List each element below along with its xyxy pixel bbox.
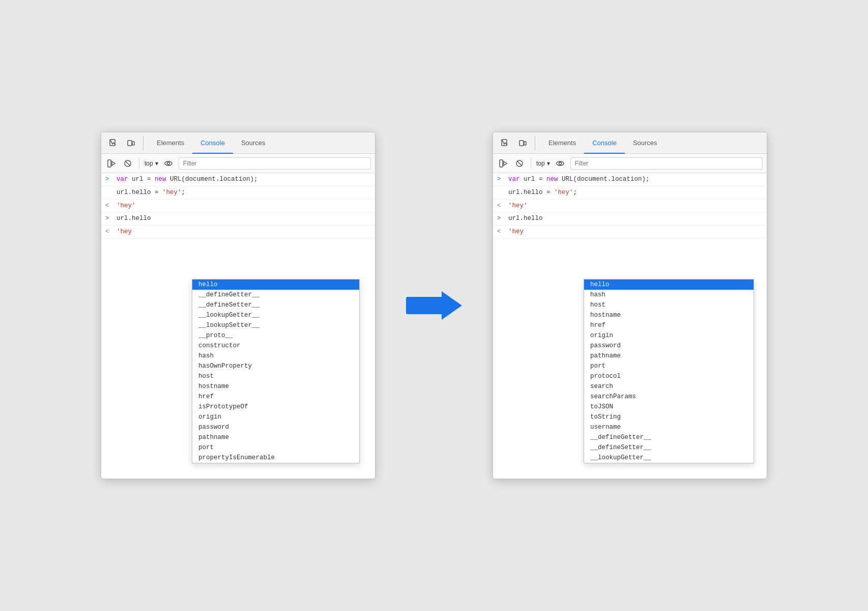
right-filter-input[interactable]: [570, 157, 763, 170]
autocomplete-item-7[interactable]: hash: [192, 351, 359, 361]
right-autocomplete-item-tostring[interactable]: toString: [584, 412, 754, 422]
right-device-icon[interactable]: [515, 136, 530, 150]
svg-point-8: [167, 162, 169, 164]
autocomplete-item-8[interactable]: hasOwnProperty: [192, 361, 359, 371]
autocomplete-item-9[interactable]: host: [192, 371, 359, 381]
right-autocomplete-item-href[interactable]: href: [584, 320, 754, 330]
left-line-1: > var url = new URL(document.location);: [101, 173, 375, 186]
autocomplete-item-2[interactable]: __defineSetter__: [192, 300, 359, 310]
left-line-3: < 'hey': [101, 200, 375, 213]
autocomplete-item-11[interactable]: href: [192, 392, 359, 402]
right-line-4: > url.hello: [493, 212, 767, 226]
svg-line-15: [517, 161, 522, 166]
autocomplete-item-5[interactable]: __proto__: [192, 330, 359, 341]
left-line-5: < 'hey: [101, 226, 375, 239]
right-autocomplete-item-searchparams[interactable]: searchParams: [584, 392, 754, 402]
left-autocomplete[interactable]: hello __defineGetter__ __defineSetter__ …: [192, 279, 360, 463]
right-toolbar-sep: [531, 158, 531, 169]
left-tab-console[interactable]: Console: [192, 132, 233, 154]
right-toolbar: top ▾: [493, 154, 767, 173]
autocomplete-item-13[interactable]: origin: [192, 412, 359, 422]
svg-rect-12: [500, 160, 503, 167]
right-autocomplete-item-host[interactable]: host: [584, 300, 754, 310]
svg-rect-3: [108, 160, 111, 167]
svg-line-6: [125, 161, 130, 166]
right-context-selector[interactable]: top ▾: [536, 160, 550, 167]
page-wrapper: Elements Console Sources: [101, 132, 767, 479]
autocomplete-item-14[interactable]: password: [192, 422, 359, 432]
left-device-icon[interactable]: [124, 136, 138, 150]
autocomplete-item-1[interactable]: __defineGetter__: [192, 290, 359, 300]
left-toolbar: top ▾: [101, 154, 375, 173]
left-block-icon[interactable]: [122, 157, 134, 170]
left-context-selector[interactable]: top ▾: [144, 160, 158, 167]
right-autocomplete-item-pathname[interactable]: pathname: [584, 351, 754, 361]
svg-rect-2: [132, 142, 134, 145]
svg-rect-1: [128, 141, 132, 146]
right-line-2: url.hello = 'hey';: [493, 186, 767, 200]
right-console-body: > var url = new URL(document.location); …: [493, 173, 767, 479]
right-tab-console[interactable]: Console: [584, 132, 625, 154]
left-line-2: url.hello = 'hey';: [101, 186, 375, 200]
autocomplete-item-10[interactable]: hostname: [192, 381, 359, 392]
right-eye-icon[interactable]: [554, 157, 566, 170]
right-autocomplete-item-protocol[interactable]: protocol: [584, 371, 754, 381]
autocomplete-item-3[interactable]: __lookupGetter__: [192, 310, 359, 320]
right-block-icon[interactable]: [513, 157, 526, 170]
right-tab-bar: Elements Console Sources: [493, 132, 767, 154]
autocomplete-item-16[interactable]: port: [192, 442, 359, 453]
right-line-5: < 'hey: [493, 226, 767, 239]
right-inspect-icon[interactable]: [498, 136, 512, 150]
autocomplete-item-6[interactable]: constructor: [192, 341, 359, 351]
right-autocomplete-item-hostname[interactable]: hostname: [584, 310, 754, 320]
autocomplete-item-4[interactable]: __lookupSetter__: [192, 320, 359, 330]
right-autocomplete-item-password[interactable]: password: [584, 341, 754, 351]
autocomplete-item-15[interactable]: pathname: [192, 432, 359, 442]
right-run-icon[interactable]: [497, 157, 509, 170]
svg-marker-4: [112, 161, 115, 165]
left-line-4: > url.hello: [101, 212, 375, 226]
right-devtools-window: Elements Console Sources: [493, 132, 767, 479]
left-inspect-icon[interactable]: [106, 136, 121, 150]
left-tab-bar: Elements Console Sources: [101, 132, 375, 154]
left-console-body: > var url = new URL(document.location); …: [101, 173, 375, 479]
svg-point-17: [559, 162, 561, 164]
right-autocomplete-item-search[interactable]: search: [584, 381, 754, 392]
autocomplete-item-hello-left[interactable]: hello: [192, 280, 359, 290]
right-autocomplete-item-definegetter[interactable]: __defineGetter__: [584, 432, 754, 442]
left-toolbar-sep: [139, 158, 139, 169]
left-tab-sources[interactable]: Sources: [233, 132, 274, 154]
right-autocomplete-item-definesetter[interactable]: __defineSetter__: [584, 442, 754, 453]
svg-marker-13: [504, 161, 507, 165]
right-autocomplete-item-hash[interactable]: hash: [584, 290, 754, 300]
svg-rect-10: [519, 141, 524, 146]
right-autocomplete[interactable]: hello hash host hostname href origin pas…: [584, 279, 754, 463]
right-autocomplete-item-lookupgetter[interactable]: __lookupGetter__: [584, 453, 754, 463]
left-eye-icon[interactable]: [162, 157, 175, 170]
autocomplete-item-17[interactable]: propertyIsEnumerable: [192, 453, 359, 463]
right-arrow: [406, 291, 462, 320]
autocomplete-item-12[interactable]: isPrototypeOf: [192, 402, 359, 412]
autocomplete-item-hello-right[interactable]: hello: [584, 280, 754, 290]
right-toolbar-icons: [498, 136, 535, 150]
right-tab-elements[interactable]: Elements: [540, 132, 584, 154]
svg-rect-11: [524, 142, 526, 145]
right-line-3: < 'hey': [493, 200, 767, 213]
right-autocomplete-item-username[interactable]: username: [584, 422, 754, 432]
left-toolbar-icons: [106, 136, 143, 150]
left-devtools-window: Elements Console Sources: [101, 132, 375, 479]
left-tab-elements[interactable]: Elements: [149, 132, 192, 154]
right-tab-sources[interactable]: Sources: [625, 132, 666, 154]
right-line-1: > var url = new URL(document.location);: [493, 173, 767, 186]
right-autocomplete-item-origin[interactable]: origin: [584, 330, 754, 341]
arrow-container: [406, 291, 462, 320]
left-filter-input[interactable]: [179, 157, 371, 170]
right-autocomplete-item-tojson[interactable]: toJSON: [584, 402, 754, 412]
left-run-icon[interactable]: [105, 157, 118, 170]
right-autocomplete-item-port[interactable]: port: [584, 361, 754, 371]
